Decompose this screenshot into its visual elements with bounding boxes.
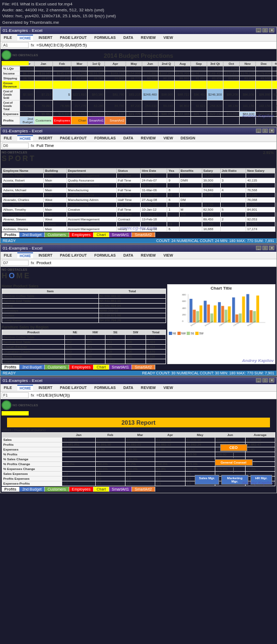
ribbon-review-1[interactable]: REVIEW xyxy=(138,35,158,40)
ribbon-formulas-2[interactable]: FORMULAS xyxy=(92,136,118,140)
sheet-tab-chart-3[interactable]: Chart xyxy=(94,365,109,370)
sheet-tab-profits-3[interactable]: Profits xyxy=(2,365,19,370)
window-controls-1[interactable]: _ □ ✕ xyxy=(256,28,274,32)
close-btn-1[interactable]: ✕ xyxy=(269,28,274,32)
budget-cell: 98,180 xyxy=(223,100,240,111)
budget-cell: 256,820 xyxy=(207,100,223,111)
maximize-btn-1[interactable]: □ xyxy=(262,28,268,32)
sheet-tab-employees-4[interactable]: Employees xyxy=(69,487,94,492)
ribbon-formulas-3[interactable]: FORMULAS xyxy=(92,253,118,258)
ribbon-data-1[interactable]: DATA xyxy=(121,35,135,40)
ribbon-view-4[interactable]: VIEW xyxy=(161,385,175,390)
window-controls-2[interactable]: _ □ ✕ xyxy=(256,129,274,133)
ribbon-home-3[interactable]: HOME xyxy=(17,252,33,258)
formula-input-4[interactable] xyxy=(36,393,275,398)
ribbon-file-2[interactable]: FILE xyxy=(2,136,14,140)
ribbon-insert-1[interactable]: INSERT xyxy=(36,35,55,40)
employee-cell: 16,688 xyxy=(202,226,220,231)
window-controls-4[interactable]: _ □ ✕ xyxy=(256,378,274,383)
sheet-tab-chart-2[interactable]: Chart xyxy=(94,232,109,237)
window-controls-3[interactable]: _ □ ✕ xyxy=(256,246,274,250)
ribbon-insert-4[interactable]: INSERT xyxy=(36,385,55,390)
ribbon-file-1[interactable]: FILE xyxy=(2,35,14,40)
ribbon-pagelayout-2[interactable]: PAGE LAYOUT xyxy=(58,136,89,140)
ribbon-view-2[interactable]: VIEW xyxy=(161,136,175,140)
budget-cell xyxy=(207,116,223,124)
report-cell-label: Expenses xyxy=(2,447,62,452)
maximize-btn-4[interactable]: □ xyxy=(262,378,268,383)
sheet-tab-employees-2[interactable]: Employees xyxy=(69,232,94,237)
ribbon-insert-3[interactable]: INSERT xyxy=(36,253,55,258)
employee-cell: 27-Aug-08 xyxy=(141,197,167,202)
furniture-cell: 207 xyxy=(85,349,105,354)
ribbon-data-3[interactable]: DATA xyxy=(121,253,135,258)
sheet-tab-employees-3[interactable]: Employees xyxy=(69,365,94,370)
close-btn-2[interactable]: ✕ xyxy=(269,129,274,133)
ribbon-2: FILE HOME INSERT PAGE LAYOUT FORMULAS DA… xyxy=(1,135,276,142)
ribbon-home-2[interactable]: HOME xyxy=(17,135,33,141)
ribbon-file-3[interactable]: FILE xyxy=(2,253,14,258)
ribbon-formulas-1[interactable]: FORMULAS xyxy=(92,35,118,40)
ribbon-pagelayout-1[interactable]: PAGE LAYOUT xyxy=(58,35,89,40)
sheet-tab-customers-3[interactable]: Customers xyxy=(45,365,69,370)
budget-cell: 2nd Budget xyxy=(20,116,35,124)
maximize-btn-2[interactable]: □ xyxy=(262,129,268,133)
minimize-btn-1[interactable]: _ xyxy=(256,28,261,32)
ribbon-insert-2[interactable]: INSERT xyxy=(36,136,55,140)
ribbon-review-3[interactable]: REVIEW xyxy=(138,253,158,258)
budget-cell xyxy=(142,81,158,89)
ribbon-formulas-4[interactable]: FORMULAS xyxy=(92,385,118,390)
sheet-tab-2ndbudget-2[interactable]: 2nd Budget xyxy=(19,232,45,237)
sheet-tab-smartart1-2[interactable]: SmartArt1 xyxy=(109,232,133,237)
formula-input-3[interactable] xyxy=(36,260,275,265)
minimize-btn-4[interactable]: _ xyxy=(256,378,261,383)
ribbon-view-3[interactable]: VIEW xyxy=(161,253,175,258)
employee-cell: 17,174 xyxy=(246,226,275,231)
sheet-tab-2ndbudget-3[interactable]: 2nd Budget xyxy=(19,365,45,370)
close-btn-3[interactable]: ✕ xyxy=(269,246,274,250)
list-item: Acosta, RobertMainQuality AssuranceFull … xyxy=(2,178,275,183)
name-box-1[interactable]: A1 xyxy=(2,42,29,48)
maximize-btn-3[interactable]: □ xyxy=(262,246,268,250)
ribbon-home-1[interactable]: HOME xyxy=(17,35,33,41)
ribbon-design-2[interactable]: DESIGN xyxy=(179,136,197,140)
sheet-tab-profits-4[interactable]: Profits xyxy=(2,487,19,492)
ribbon-view-1[interactable]: VIEW xyxy=(161,35,175,40)
budget-cell: 2.0% xyxy=(256,66,272,71)
employee-cell: 13 xyxy=(167,222,179,226)
ribbon-pagelayout-4[interactable]: PAGE LAYOUT xyxy=(58,385,89,390)
employee-cell: Full Time xyxy=(117,192,141,197)
sheet-tab-smartart1-4[interactable]: SmartArt1 xyxy=(109,487,133,492)
formula-input-1[interactable] xyxy=(36,43,275,48)
employee-cell: 1 xyxy=(167,212,179,217)
ribbon-home-4[interactable]: HOME xyxy=(17,385,33,391)
sheet-tab-profits-2[interactable]: Profits xyxy=(2,232,19,237)
minimize-btn-2[interactable]: _ xyxy=(256,129,261,133)
sheet-tab-customers-2[interactable]: Customers xyxy=(45,232,69,237)
sheet-tab-chart-4[interactable]: Chart xyxy=(94,487,109,492)
ribbon-pagelayout-3[interactable]: PAGE LAYOUT xyxy=(58,253,89,258)
ribbon-file-4[interactable]: FILE xyxy=(2,385,14,390)
ribbon-data-4[interactable]: DATA xyxy=(121,385,135,390)
budget-cell: $83,215 xyxy=(126,89,142,100)
budget-cell xyxy=(272,81,277,89)
ribbon-review-2[interactable]: REVIEW xyxy=(138,136,158,140)
sheet-tab-smartart1-3[interactable]: SmartArt1 xyxy=(109,365,133,370)
employee-cell: Full Time xyxy=(117,183,141,187)
name-box-2[interactable]: D6 xyxy=(2,143,29,149)
sheet-tab-smartart2-2[interactable]: SmartArt2 xyxy=(132,232,155,237)
name-box-3[interactable]: D7 xyxy=(2,260,29,266)
sheet-tab-customers-4[interactable]: Customers xyxy=(45,487,69,492)
ribbon-review-4[interactable]: REVIEW xyxy=(138,385,158,390)
budget-cell: 2.0% xyxy=(272,66,277,71)
close-btn-4[interactable]: ✕ xyxy=(269,378,274,383)
name-box-4[interactable]: F1 xyxy=(2,392,29,398)
sheet-tab-smartart2-4[interactable]: SmartArt2 xyxy=(132,487,155,492)
sheet-tab-2ndbudget-4[interactable]: 2nd Budget xyxy=(19,487,45,492)
sheet-tab-smartart2-3[interactable]: SmartArt2 xyxy=(132,365,155,370)
product-table-3: Item Total Bamboo Coffee Table$1,550,442… xyxy=(2,289,166,323)
formula-input-2[interactable] xyxy=(36,143,275,148)
ribbon-data-2[interactable]: DATA xyxy=(121,136,135,140)
budget-cell: Chart xyxy=(71,116,88,124)
minimize-btn-3[interactable]: _ xyxy=(256,246,261,250)
